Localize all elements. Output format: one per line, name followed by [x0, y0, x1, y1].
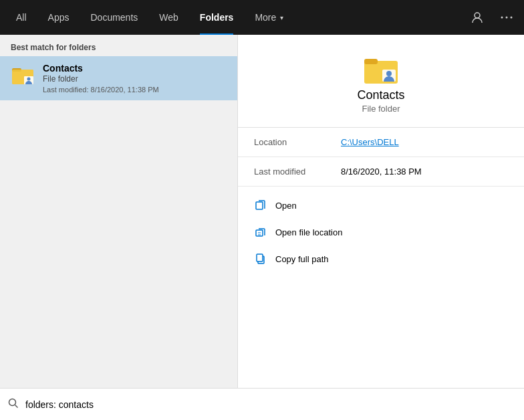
ellipsis-icon-button[interactable]	[495, 5, 519, 29]
main-content: Best match for folders Contacts File fol…	[0, 35, 524, 388]
svg-rect-10	[364, 59, 378, 64]
svg-point-3	[511, 17, 513, 19]
person-icon	[471, 11, 483, 23]
tab-web[interactable]: Web	[148, 0, 189, 35]
right-panel: Contacts File folder Location C:\Users\D…	[237, 35, 524, 388]
tab-folders[interactable]: Folders	[189, 0, 245, 35]
svg-rect-16	[257, 254, 263, 261]
detail-name: Contacts	[357, 88, 404, 102]
modified-label: Last modified	[254, 167, 341, 177]
detail-folder-icon	[362, 51, 400, 88]
svg-point-2	[506, 17, 508, 19]
folder-icon	[11, 63, 35, 87]
svg-rect-13	[256, 202, 263, 209]
result-text: Contacts File folder Last modified: 8/16…	[43, 63, 227, 94]
modified-value: 8/16/2020, 11:38 PM	[341, 167, 422, 177]
location-icon	[254, 225, 267, 239]
nav-bar: All Apps Documents Web Folders More	[0, 0, 524, 35]
action-open-label: Open	[275, 201, 297, 211]
action-open-file-location[interactable]: Open file location	[238, 219, 524, 245]
copy-icon	[254, 252, 267, 266]
person-icon-button[interactable]	[465, 5, 489, 29]
section-label: Best match for folders	[0, 35, 237, 56]
detail-meta: Location C:\Users\DELL Last modified 8/1…	[238, 128, 524, 187]
svg-point-17	[9, 399, 16, 406]
search-icon	[8, 398, 19, 411]
meta-row-modified: Last modified 8/16/2020, 11:38 PM	[238, 157, 524, 187]
left-panel: Best match for folders Contacts File fol…	[0, 35, 237, 388]
svg-point-0	[475, 13, 480, 18]
action-copy-full-path[interactable]: Copy full path	[238, 245, 524, 272]
ellipsis-icon	[501, 16, 513, 19]
result-item[interactable]: Contacts File folder Last modified: 8/16…	[0, 56, 237, 100]
tab-apps[interactable]: Apps	[37, 0, 80, 35]
folder-svg-icon	[11, 63, 35, 87]
action-open-file-location-label: Open file location	[275, 227, 342, 237]
action-list: Open Open file location	[238, 187, 524, 278]
tab-all[interactable]: All	[5, 0, 37, 35]
tab-documents[interactable]: Documents	[80, 0, 148, 35]
action-open[interactable]: Open	[238, 192, 524, 219]
detail-header: Contacts File folder	[238, 35, 524, 128]
search-input[interactable]	[25, 399, 516, 410]
location-label: Location	[254, 137, 341, 147]
tab-more[interactable]: More	[244, 0, 294, 35]
svg-point-1	[501, 17, 503, 19]
svg-line-18	[15, 405, 18, 408]
meta-row-location: Location C:\Users\DELL	[238, 128, 524, 157]
svg-point-8	[27, 78, 31, 81]
result-type: File folder	[43, 74, 227, 84]
svg-point-12	[386, 71, 392, 76]
detail-type: File folder	[362, 104, 400, 114]
open-icon	[254, 199, 267, 212]
location-value[interactable]: C:\Users\DELL	[341, 137, 399, 147]
action-copy-full-path-label: Copy full path	[275, 254, 329, 264]
result-name: Contacts	[43, 63, 227, 74]
search-bar	[0, 388, 524, 420]
result-modified: Last modified: 8/16/2020, 11:38 PM	[43, 86, 227, 94]
